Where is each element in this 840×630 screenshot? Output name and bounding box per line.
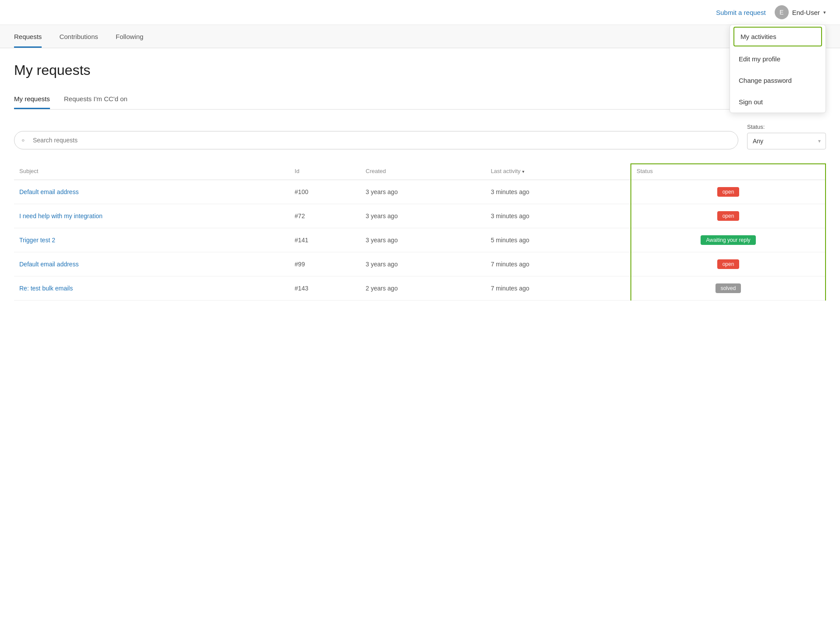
cell-created: 3 years ago <box>360 204 485 228</box>
user-menu-trigger[interactable]: E End-User ▾ <box>775 5 826 19</box>
status-badge: Awaiting your reply <box>701 235 755 245</box>
table-row: Default email address #99 3 years ago 7 … <box>14 252 826 276</box>
request-link[interactable]: I need help with my integration <box>19 212 103 219</box>
cell-status: solved <box>631 276 826 301</box>
cell-last-activity: 7 minutes ago <box>485 252 631 276</box>
cell-status: open <box>631 204 826 228</box>
col-header-created: Created <box>360 164 485 180</box>
dropdown-menu: My activities Edit my profile Change pas… <box>730 25 826 113</box>
sort-arrow-icon: ▾ <box>522 169 524 174</box>
col-header-id: Id <box>289 164 360 180</box>
sub-tab-my-requests[interactable]: My requests <box>14 91 50 109</box>
search-container: ⚬ <box>14 131 738 149</box>
cell-last-activity: 5 minutes ago <box>485 228 631 252</box>
status-badge: open <box>717 187 740 197</box>
cell-subject: Default email address <box>14 180 289 204</box>
page-title: My requests <box>14 62 826 78</box>
nav-tabs: Requests Contributions Following <box>0 25 840 48</box>
nav-tab-contributions[interactable]: Contributions <box>59 25 98 48</box>
request-link[interactable]: Trigger test 2 <box>19 237 55 244</box>
dropdown-item-sign-out[interactable]: Sign out <box>730 91 826 113</box>
cell-status: open <box>631 180 826 204</box>
cell-status: Awaiting your reply <box>631 228 826 252</box>
col-header-last-activity[interactable]: Last activity ▾ <box>485 164 631 180</box>
cell-last-activity: 3 minutes ago <box>485 204 631 228</box>
nav-tab-requests[interactable]: Requests <box>14 25 42 48</box>
cell-subject: I need help with my integration <box>14 204 289 228</box>
cell-id: #99 <box>289 252 360 276</box>
search-icon: ⚬ <box>20 136 26 145</box>
sub-tabs: My requests Requests I'm CC'd on <box>14 91 826 110</box>
user-name-label: End-User <box>792 9 820 16</box>
cell-created: 3 years ago <box>360 180 485 204</box>
dropdown-item-change-password[interactable]: Change password <box>730 70 826 91</box>
sub-tab-cc-requests[interactable]: Requests I'm CC'd on <box>64 91 128 109</box>
cell-status: open <box>631 252 826 276</box>
request-link[interactable]: Default email address <box>19 261 78 268</box>
cell-subject: Trigger test 2 <box>14 228 289 252</box>
cell-id: #100 <box>289 180 360 204</box>
cell-id: #143 <box>289 276 360 301</box>
request-link[interactable]: Re: test bulk emails <box>19 285 73 292</box>
search-filter-row: ⚬ Status: Any Open Awaiting your reply S… <box>14 124 826 149</box>
cell-created: 3 years ago <box>360 252 485 276</box>
status-select-wrapper: Any Open Awaiting your reply Solved ▾ <box>747 133 826 149</box>
header: Submit a request E End-User ▾ <box>0 0 840 25</box>
table-row: Default email address #100 3 years ago 3… <box>14 180 826 204</box>
col-header-status: Status <box>631 164 826 180</box>
cell-created: 3 years ago <box>360 228 485 252</box>
cell-last-activity: 7 minutes ago <box>485 276 631 301</box>
main-content: My requests My requests Requests I'm CC'… <box>0 48 840 301</box>
cell-last-activity: 3 minutes ago <box>485 180 631 204</box>
table-row: I need help with my integration #72 3 ye… <box>14 204 826 228</box>
status-badge: solved <box>715 283 741 293</box>
table-row: Trigger test 2 #141 3 years ago 5 minute… <box>14 228 826 252</box>
cell-subject: Re: test bulk emails <box>14 276 289 301</box>
search-input[interactable] <box>14 131 738 149</box>
chevron-down-icon: ▾ <box>823 10 826 15</box>
status-select[interactable]: Any Open Awaiting your reply Solved <box>747 133 826 149</box>
status-filter-label: Status: <box>747 124 826 130</box>
nav-tab-following[interactable]: Following <box>116 25 143 48</box>
filter-container: Status: Any Open Awaiting your reply Sol… <box>747 124 826 149</box>
cell-created: 2 years ago <box>360 276 485 301</box>
dropdown-item-my-activities[interactable]: My activities <box>733 27 822 46</box>
table-row: Re: test bulk emails #143 2 years ago 7 … <box>14 276 826 301</box>
col-header-subject: Subject <box>14 164 289 180</box>
cell-id: #72 <box>289 204 360 228</box>
request-link[interactable]: Default email address <box>19 188 78 195</box>
avatar: E <box>775 5 789 19</box>
cell-id: #141 <box>289 228 360 252</box>
status-badge: open <box>717 259 740 269</box>
cell-subject: Default email address <box>14 252 289 276</box>
requests-table: Subject Id Created Last activity ▾ Statu… <box>14 163 826 301</box>
status-badge: open <box>717 211 740 221</box>
dropdown-item-edit-profile[interactable]: Edit my profile <box>730 48 826 70</box>
submit-request-link[interactable]: Submit a request <box>716 9 765 16</box>
